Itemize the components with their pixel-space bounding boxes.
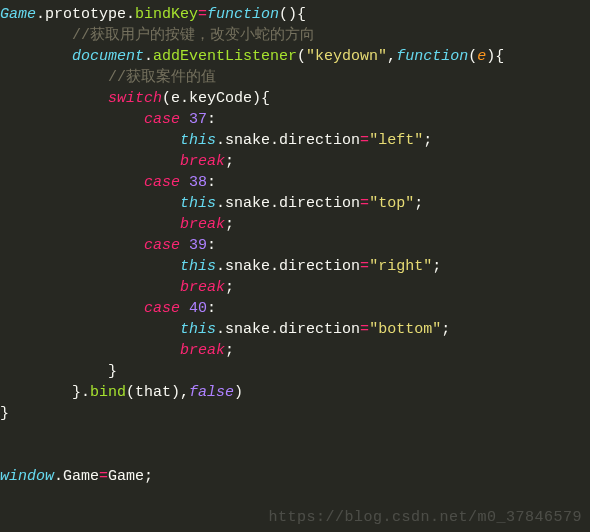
string-left: "left" — [369, 132, 423, 149]
ident-that: that — [135, 384, 171, 401]
param-e: e — [477, 48, 486, 65]
keyword-this: this — [180, 258, 216, 275]
ident-bind: bind — [90, 384, 126, 401]
ident-game: Game — [108, 468, 144, 485]
number-37: 37 — [189, 111, 207, 128]
ident-document: document — [72, 48, 144, 65]
string-top: "top" — [369, 195, 414, 212]
ident-keycode: keyCode — [189, 90, 252, 107]
keyword-this: this — [180, 132, 216, 149]
string-keydown: "keydown" — [306, 48, 387, 65]
ident-snake: snake — [225, 258, 270, 275]
keyword-case: case — [144, 300, 180, 317]
keyword-break: break — [180, 216, 225, 233]
ident-game: Game — [0, 6, 36, 23]
number-38: 38 — [189, 174, 207, 191]
number-40: 40 — [189, 300, 207, 317]
ident-prototype: prototype — [45, 6, 126, 23]
ident-direction: direction — [279, 258, 360, 275]
ident-direction: direction — [279, 195, 360, 212]
ident-snake: snake — [225, 321, 270, 338]
keyword-switch: switch — [108, 90, 162, 107]
keyword-function: function — [396, 48, 468, 65]
keyword-this: this — [180, 321, 216, 338]
ident-direction: direction — [279, 321, 360, 338]
keyword-break: break — [180, 153, 225, 170]
comment-line: //获取案件的值 — [108, 69, 216, 86]
ident-addeventlistener: addEventListener — [153, 48, 297, 65]
comment-line: //获取用户的按键，改变小蛇的方向 — [72, 27, 315, 44]
keyword-case: case — [144, 237, 180, 254]
string-right: "right" — [369, 258, 432, 275]
keyword-false: false — [189, 384, 234, 401]
ident-window: window — [0, 468, 54, 485]
string-bottom: "bottom" — [369, 321, 441, 338]
watermark: https://blog.csdn.net/m0_37846579 — [268, 509, 582, 526]
ident-snake: snake — [225, 132, 270, 149]
ident-snake: snake — [225, 195, 270, 212]
keyword-case: case — [144, 111, 180, 128]
keyword-function: function — [207, 6, 279, 23]
ident-direction: direction — [279, 132, 360, 149]
keyword-this: this — [180, 195, 216, 212]
code-block: Game.prototype.bindKey=function(){ //获取用… — [0, 0, 590, 487]
keyword-case: case — [144, 174, 180, 191]
keyword-break: break — [180, 279, 225, 296]
keyword-break: break — [180, 342, 225, 359]
ident-bindkey: bindKey — [135, 6, 198, 23]
number-39: 39 — [189, 237, 207, 254]
